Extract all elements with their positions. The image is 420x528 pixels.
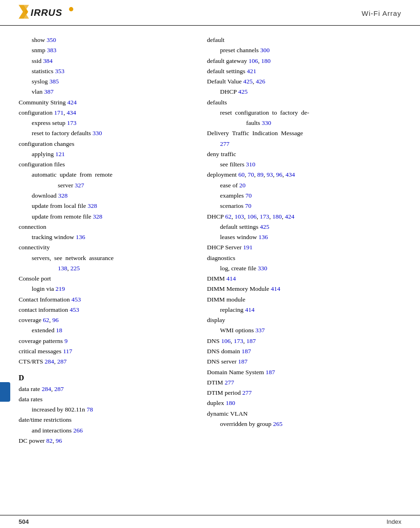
page-ref[interactable]: 350 [47, 36, 56, 43]
page-ref[interactable]: 136 [76, 233, 85, 240]
page-ref[interactable]: 434 [67, 109, 76, 116]
page-ref[interactable]: 9 [64, 337, 68, 344]
page-ref[interactable]: 96 [276, 171, 282, 178]
page-ref[interactable]: 187 [241, 348, 251, 355]
page-ref[interactable]: 89 [257, 171, 264, 178]
page-ref[interactable]: 106 [221, 337, 230, 344]
page-ref[interactable]: 180 [226, 399, 235, 406]
page-ref[interactable]: 337 [255, 327, 265, 334]
page-ref[interactable]: 426 [256, 78, 265, 85]
page-ref[interactable]: 180 [272, 213, 282, 220]
page-ref[interactable]: 328 [93, 213, 102, 220]
list-item: show 350 [19, 35, 193, 45]
page-ref[interactable]: 20 [239, 182, 246, 189]
page-ref[interactable]: 425 [238, 88, 248, 95]
page-ref[interactable]: 434 [285, 171, 295, 178]
page-ref[interactable]: 414 [227, 275, 236, 282]
list-item: DIMM module [207, 295, 401, 305]
page-ref[interactable]: 138 [58, 265, 67, 272]
page-ref[interactable]: 70 [245, 202, 252, 209]
page-ref[interactable]: 173 [260, 213, 269, 220]
page-ref[interactable]: 70 [248, 171, 254, 178]
page-ref[interactable]: 424 [67, 99, 76, 106]
page-ref[interactable]: 385 [49, 78, 59, 85]
list-item: data rate 284, 287 [19, 384, 193, 394]
page-ref[interactable]: 284 [45, 358, 54, 365]
page-ref[interactable]: 277 [225, 379, 234, 386]
page-ref[interactable]: 103 [234, 213, 244, 220]
page-ref[interactable]: 330 [262, 119, 271, 126]
page-ref[interactable]: 171 [54, 109, 63, 116]
page-ref[interactable]: 106 [247, 213, 256, 220]
page-ref[interactable]: 287 [54, 385, 63, 392]
page-ref[interactable]: 18 [56, 327, 62, 334]
page-ref[interactable]: 191 [243, 244, 253, 251]
list-item: Delivery Traffic Indication Message 277 [207, 128, 401, 149]
page-ref[interactable]: 187 [238, 358, 248, 365]
page-ref[interactable]: 187 [246, 337, 255, 344]
page-ref[interactable]: 173 [234, 337, 243, 344]
page-ref[interactable]: 421 [247, 68, 256, 75]
page-ref[interactable]: 284 [41, 385, 51, 392]
list-item: increased by 802.11n 78 [19, 405, 193, 415]
xirrus-logo: IRRUS [19, 5, 75, 21]
list-item: connectivity [19, 242, 193, 253]
page-ref[interactable]: 96 [56, 437, 62, 444]
list-item: DHCP 425 [207, 87, 401, 97]
page-ref[interactable]: 62 [225, 213, 232, 220]
page-ref[interactable]: 60 [238, 171, 245, 178]
page-ref[interactable]: 265 [273, 420, 282, 427]
page-ref[interactable]: 225 [70, 265, 80, 272]
page-ref[interactable]: 300 [260, 47, 269, 54]
page-ref[interactable]: 383 [47, 47, 56, 54]
page-ref[interactable]: 106 [248, 57, 258, 64]
page-ref[interactable]: 330 [258, 265, 267, 272]
page-ref[interactable]: 136 [259, 233, 268, 240]
page-ref[interactable]: 266 [73, 427, 83, 434]
page-ref[interactable]: 117 [63, 348, 72, 355]
list-item: Community String 424 [19, 97, 193, 108]
list-item: coverage patterns 9 [19, 336, 193, 346]
page-ref[interactable]: 180 [261, 57, 270, 64]
page-ref[interactable]: 453 [69, 306, 79, 313]
page-ref[interactable]: 387 [44, 88, 54, 95]
page-ref[interactable]: 414 [271, 285, 280, 292]
page-ref[interactable]: 328 [58, 192, 68, 199]
page-ref[interactable]: 384 [43, 57, 52, 64]
page-ref[interactable]: 330 [92, 130, 102, 137]
page-ref[interactable]: 425 [243, 78, 253, 85]
list-item: DIMM 414 [207, 274, 401, 284]
page-ref[interactable]: 93 [267, 171, 273, 178]
page-ref[interactable]: 453 [71, 296, 81, 303]
page-ref[interactable]: 62 [43, 316, 49, 323]
footer: 504 Index [0, 515, 420, 528]
page-ref[interactable]: 277 [220, 140, 229, 147]
page-ref[interactable]: 328 [88, 202, 97, 209]
list-item: duplex 180 [207, 398, 401, 408]
page-ref[interactable]: 70 [245, 192, 252, 199]
page-ref[interactable]: 173 [67, 119, 76, 126]
page-ref[interactable]: 187 [266, 369, 275, 376]
page-ref[interactable]: 424 [285, 213, 294, 220]
page-ref[interactable]: 327 [75, 182, 84, 189]
page-ref[interactable]: 219 [55, 285, 65, 292]
page-ref[interactable]: 96 [52, 316, 59, 323]
list-item: DNS server 187 [207, 357, 401, 367]
page-ref[interactable]: 353 [55, 68, 64, 75]
page-ref[interactable]: 121 [55, 151, 65, 158]
page-ref[interactable]: 82 [46, 437, 53, 444]
svg-point-3 [69, 7, 73, 11]
page-ref[interactable]: 310 [246, 161, 255, 168]
list-item: vlan 387 [19, 87, 193, 97]
page-ref[interactable]: 277 [242, 389, 252, 396]
page: IRRUS Wi-Fi Array show 350 snmp 383 ssid… [0, 0, 420, 528]
list-item: dynamic VLAN [207, 409, 401, 419]
page-ref[interactable]: 414 [245, 306, 255, 313]
list-item: Contact Information 453 [19, 295, 193, 305]
page-ref[interactable]: 287 [57, 358, 67, 365]
list-item: deployment 60, 70, 89, 93, 96, 434 [207, 170, 401, 180]
list-item: DHCP Server 191 [207, 242, 401, 253]
list-item: configuration 171, 434 [19, 108, 193, 118]
page-ref[interactable]: 78 [87, 406, 93, 413]
page-ref[interactable]: 425 [260, 223, 269, 230]
